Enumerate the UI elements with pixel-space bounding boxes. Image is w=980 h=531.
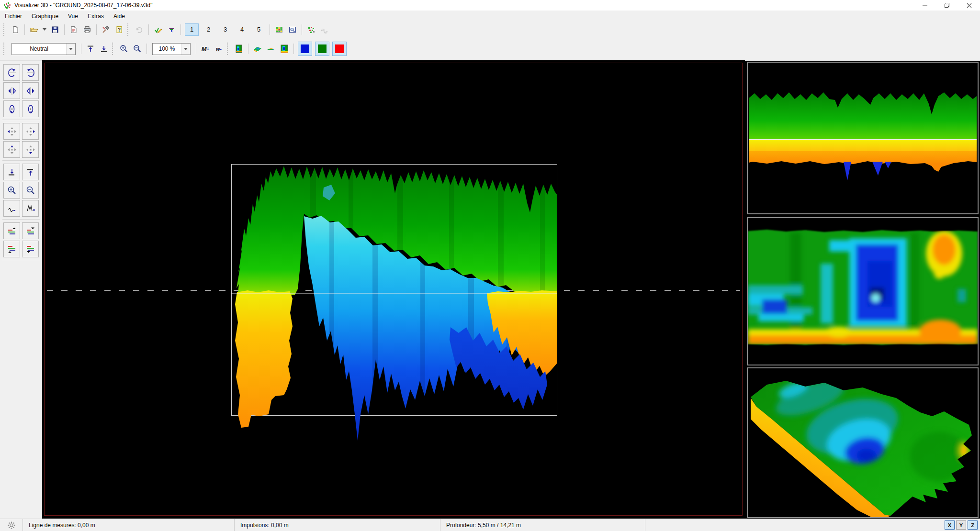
grid-view-icon (275, 26, 283, 33)
menu-aide[interactable]: Aide (109, 11, 130, 22)
axis-toggle-group: X Y Z (945, 520, 978, 530)
move-to-top-button[interactable] (22, 164, 39, 180)
toolbar-gripper[interactable] (3, 23, 6, 36)
signal-amplify-side-button[interactable] (22, 200, 39, 217)
channel-blue-toggle[interactable] (298, 42, 312, 56)
iso-view-button[interactable] (252, 43, 263, 55)
move-to-bottom-button[interactable] (3, 164, 20, 180)
close-button[interactable] (958, 0, 980, 11)
save-button[interactable] (49, 24, 61, 35)
tools-button[interactable] (100, 24, 112, 35)
view-preset-2[interactable]: 2 (202, 23, 215, 36)
zoom-level-select[interactable]: 100 % (152, 43, 191, 55)
print-button[interactable] (81, 24, 93, 35)
zoom-in-button[interactable] (118, 43, 130, 55)
signal-reduce-button[interactable]: w- (213, 43, 225, 55)
axis-y-toggle[interactable]: Y (956, 520, 966, 530)
minimize-icon (923, 3, 928, 8)
axis-x-toggle[interactable]: X (945, 520, 955, 530)
axis-z-toggle[interactable]: Z (968, 520, 978, 530)
layers-shift-down-button[interactable] (22, 241, 39, 257)
view-preset-5[interactable]: 5 (252, 23, 266, 36)
zoom-out-side-button[interactable] (22, 182, 39, 199)
undo-button[interactable] (134, 24, 145, 35)
view-preset-1[interactable]: 1 (185, 23, 199, 36)
toolbar-gripper[interactable] (3, 43, 6, 55)
layers-raise-button[interactable] (3, 222, 20, 239)
open-file-button[interactable] (28, 24, 40, 35)
main-3d-view[interactable] (42, 60, 745, 519)
edit-signal-icon (154, 26, 162, 33)
align-bottom-button[interactable] (98, 43, 110, 55)
close-icon (967, 3, 972, 8)
toolbar-gripper[interactable] (227, 43, 229, 55)
flat-view-icon (266, 44, 276, 53)
menu-vue[interactable]: Vue (63, 11, 83, 22)
preview-box-button[interactable] (287, 24, 298, 35)
signal-amplify-button[interactable]: M+ (200, 43, 211, 55)
signal-view-icon (321, 26, 328, 33)
pixel-view-icon (307, 26, 315, 33)
new-document-button[interactable] (10, 24, 21, 35)
menu-graphique[interactable]: Graphique (27, 11, 63, 22)
pan-left-icon (7, 127, 17, 136)
layers-lower-button[interactable] (22, 222, 39, 239)
open-file-dropdown[interactable] (42, 24, 47, 35)
pan-right-button[interactable] (22, 123, 39, 140)
edit-signal-button[interactable] (152, 24, 164, 35)
flat-view-button[interactable] (265, 43, 277, 55)
zoom-out-button[interactable] (132, 43, 143, 55)
top-view-panel[interactable] (747, 217, 979, 365)
restore-button[interactable] (936, 0, 958, 11)
top-view-scene (748, 218, 978, 365)
colormap-thumb-button[interactable] (233, 43, 245, 55)
pixel-view-button[interactable] (305, 24, 317, 35)
signal-reduce-side-button[interactable] (3, 200, 20, 217)
status-measure-line: Ligne de mesures: 0,00 m (23, 519, 235, 531)
align-top-button[interactable] (85, 43, 96, 55)
filter-3d-button[interactable] (166, 24, 177, 35)
colormap-thumb-2-icon (281, 44, 288, 53)
grid-view-button[interactable] (273, 24, 285, 35)
export-report-button[interactable] (68, 24, 79, 35)
rotate-down-button[interactable] (22, 64, 39, 81)
zoom-out-icon (133, 44, 142, 53)
layers-raise-icon (7, 226, 17, 236)
channel-red-toggle[interactable] (332, 42, 347, 56)
rotate-up-icon (7, 68, 17, 77)
pan-down-button[interactable] (22, 141, 39, 158)
channel-green-toggle[interactable] (315, 42, 329, 56)
status-bar: Ligne de mesures: 0,00 m Impulsions: 0,0… (0, 519, 980, 531)
rotate-right-button[interactable] (22, 82, 39, 99)
side-blue-spike (844, 162, 851, 180)
layers-shift-up-button[interactable] (3, 241, 20, 257)
signal-view-button[interactable] (319, 24, 330, 35)
pan-up-button[interactable] (3, 141, 20, 158)
zoom-in-side-button[interactable] (3, 182, 20, 199)
align-bottom-icon (100, 44, 108, 53)
rotate-left-button[interactable] (3, 82, 20, 99)
spin-cw-button[interactable] (22, 100, 39, 117)
menu-extras[interactable]: Extras (83, 11, 109, 22)
top-cyan-streak (758, 314, 804, 321)
terrain-orange-left (235, 290, 293, 428)
help-button[interactable]: ? (113, 24, 125, 35)
side-view-panel[interactable] (747, 62, 979, 214)
menu-bar: Fichier Graphique Vue Extras Aide (0, 11, 980, 22)
rotate-up-button[interactable] (3, 64, 20, 81)
tools-icon (102, 26, 110, 33)
iso-view-panel[interactable] (747, 367, 979, 518)
spin-ccw-button[interactable] (3, 100, 20, 117)
pan-left-button[interactable] (3, 123, 20, 140)
toolbar-gripper[interactable] (112, 43, 114, 55)
move-to-top-icon (26, 167, 35, 177)
color-filter-select[interactable]: Neutral (11, 43, 76, 55)
toolbar-gripper[interactable] (127, 23, 130, 36)
view-preset-3[interactable]: 3 (218, 23, 232, 36)
top-orange-spot (933, 234, 956, 265)
side-blue-spike (872, 162, 883, 176)
view-preset-4[interactable]: 4 (235, 23, 249, 36)
colormap-thumb-2-button[interactable] (279, 43, 290, 55)
minimize-button[interactable] (914, 0, 936, 11)
menu-fichier[interactable]: Fichier (0, 11, 27, 22)
